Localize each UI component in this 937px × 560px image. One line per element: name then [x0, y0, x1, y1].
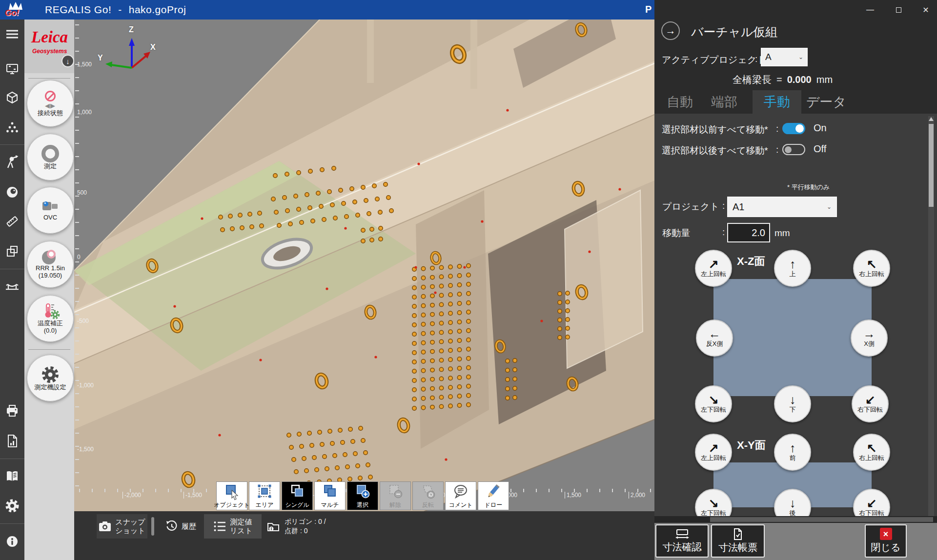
bar-drag-handle[interactable] [151, 517, 154, 536]
equals-sign: = [776, 74, 782, 85]
xz-negx-button[interactable]: ←反X側 [696, 320, 733, 357]
button-label: OVC [43, 214, 57, 221]
sidebar-item-measure[interactable] [5, 215, 19, 228]
toolbar-label: コメント [448, 501, 472, 509]
sidebar-item-station[interactable] [5, 155, 19, 169]
h-ruler-label: -1,500 [183, 492, 202, 499]
arrow-upleft-icon: ↖ [867, 258, 877, 270]
xz-plane-pad[interactable] [713, 279, 872, 396]
sidebar-item-settings[interactable] [5, 499, 19, 513]
total-length-value: 0.000 [787, 74, 812, 85]
measured-values-list-button[interactable]: 測定値リスト [204, 514, 262, 539]
project-select[interactable]: A1 ⌄ [727, 197, 837, 217]
sidebar-item-print[interactable] [5, 404, 19, 418]
pad-label: 右上回転 [859, 270, 884, 279]
toolbar-comment-button[interactable]: コメント [445, 481, 476, 510]
button-sublabel: (0.0) [44, 327, 57, 334]
xy-rotate-upleft-button[interactable]: ↗左上回転 [695, 434, 732, 471]
dimension-report-button[interactable]: 寸法帳票 [711, 524, 765, 558]
chevron-down-icon: ⌄ [798, 54, 803, 60]
snapshot-button[interactable]: スナップショット [97, 514, 147, 539]
tab-data[interactable]: データ [804, 90, 849, 114]
window-close-button[interactable]: ✕ [915, 0, 937, 20]
sidebar-separator [0, 144, 24, 145]
gear-icon [41, 366, 59, 383]
xz-down-button[interactable]: ↓下 [774, 385, 811, 422]
move-after-toggle[interactable] [782, 144, 805, 155]
xz-rotate-downleft-button[interactable]: ↘左下回転 [695, 385, 732, 422]
sidebar-item-info[interactable] [5, 535, 19, 548]
vertical-scrollbar[interactable] [928, 116, 934, 516]
connector-icon: ◀▶ [45, 102, 56, 109]
scroll-up-arrow[interactable] [929, 117, 934, 121]
dimension-icon [675, 529, 690, 540]
printer-icon [5, 404, 19, 418]
reflector-button[interactable]: RRR 1.5in (19.050) [27, 241, 74, 288]
axis-label-y: Y [98, 54, 103, 62]
toolbar-object-button[interactable]: オブジェクト [216, 481, 247, 510]
pencil-icon [486, 484, 501, 500]
xz-posx-button[interactable]: →X側 [851, 320, 888, 357]
history-icon [166, 520, 178, 532]
left-sidebar [0, 20, 24, 560]
xz-rotate-upright-button[interactable]: ↖右上回転 [853, 250, 890, 287]
arrow-right-icon: → [666, 25, 676, 37]
panel-collapse-button[interactable]: ↓ [61, 55, 74, 67]
active-project-select[interactable]: A ⌄ [761, 48, 808, 66]
temperature-correction-button[interactable]: 温度補正 (0.0) [27, 295, 74, 342]
pad-label: 左下回転 [701, 405, 726, 414]
instrument-panel: Leica Geosystems ↓ ◀▶ 接続状態 測定 OVC RRR 1.… [24, 20, 74, 560]
close-panel-button[interactable]: × 閉じる [865, 524, 907, 558]
tab-manual[interactable]: 手動 [753, 90, 801, 114]
arrow-upleft-icon: ↖ [867, 442, 877, 454]
measure-button[interactable]: 測定 [27, 134, 74, 180]
sidebar-item-report[interactable] [5, 434, 19, 448]
xy-rotate-upright-button[interactable]: ↖右上回転 [853, 434, 890, 471]
arrow-down-icon: ↓ [790, 394, 796, 405]
xz-rotate-upleft-button[interactable]: ↗左上回転 [695, 250, 732, 287]
xy-forward-button[interactable]: ↑前 [774, 434, 811, 471]
sidebar-item-point-cloud[interactable] [5, 120, 19, 134]
instrument-settings-button[interactable]: 測定機設定 [27, 355, 74, 401]
window-minimize-button[interactable]: — [859, 0, 881, 20]
sidebar-item-display[interactable] [5, 62, 19, 76]
window-maximize-button[interactable] [887, 0, 910, 20]
ovc-button[interactable]: OVC [27, 187, 74, 234]
button-label: 測定機設定 [35, 383, 66, 391]
sidebar-item-camera-view[interactable] [5, 185, 19, 199]
sidebar-separator [0, 459, 24, 459]
toolbar-draw-button[interactable]: ドロー [478, 481, 509, 510]
horizontal-scrollbar[interactable] [654, 516, 937, 523]
xz-up-button[interactable]: ↑上 [774, 250, 811, 287]
toolbar-area-button[interactable]: エリア [249, 481, 280, 510]
sidebar-item-3d-model[interactable] [5, 91, 19, 104]
camcorder-icon [41, 200, 60, 214]
arrow-right-icon: → [863, 328, 876, 340]
sidebar-item-objects[interactable] [5, 244, 19, 258]
connection-status-button[interactable]: ◀▶ 接続状態 [27, 80, 74, 127]
panel-expand-button[interactable]: → [661, 21, 680, 40]
v-ruler-label: 1,000 [77, 109, 92, 116]
dimension-check-button[interactable]: 寸法確認 [655, 524, 709, 558]
panel-divider [28, 349, 70, 350]
scrollbar-thumb[interactable] [710, 517, 933, 522]
virtual-assembly-panel: → バーチャル仮組 アクティブプロジェクト : A ⌄ 全橋梁長 = 0.000… [654, 20, 937, 560]
xz-rotate-downright-button[interactable]: ↙右下回転 [852, 385, 889, 422]
viewport-3d[interactable]: Z X Y 1,500 1,000 500 0 -500 -1,000 -1,5… [74, 20, 654, 560]
pad-label: X側 [864, 340, 875, 348]
toolbar-multi-button[interactable]: マルチ [314, 481, 346, 510]
move-before-toggle[interactable] [782, 123, 805, 134]
sidebar-item-manual[interactable] [5, 469, 19, 483]
toolbar-select-button[interactable]: 選択 [347, 481, 378, 510]
tab-label: 自動 [667, 93, 693, 111]
tab-auto[interactable]: 自動 [658, 90, 701, 114]
scrollbar-thumb[interactable] [929, 124, 934, 207]
sidebar-separator [0, 269, 24, 269]
history-button[interactable]: 履歴 [160, 514, 202, 539]
xz-plane-title: X-Z面 [737, 254, 765, 269]
sidebar-item-bridge[interactable] [5, 280, 19, 293]
toolbar-single-button[interactable]: シングル [282, 481, 313, 510]
tab-edge[interactable]: 端部 [701, 90, 747, 114]
move-amount-input[interactable]: 2.0 [727, 223, 770, 242]
menu-button[interactable] [5, 27, 19, 41]
